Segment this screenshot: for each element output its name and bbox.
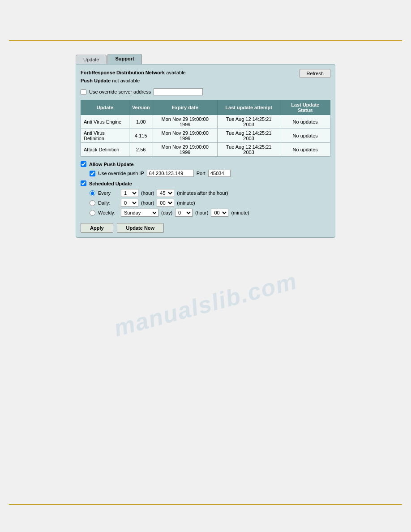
weekly-day-unit: (day) <box>161 210 172 215</box>
push-sub-row: Use override push IP Port <box>90 170 330 177</box>
col-last-attempt: Last update attempt <box>217 100 280 115</box>
refresh-button[interactable]: Refresh <box>300 69 330 78</box>
panel: FortiResponse Distribution Network avail… <box>76 64 335 238</box>
radio-daily[interactable] <box>90 200 95 206</box>
table-cell-expiry: Mon Nov 29 19:00:00 1999 <box>153 143 217 157</box>
fortiresponse-label: FortiResponse Distribution Network <box>81 70 165 75</box>
bottom-buttons: Apply Update Now <box>81 223 330 233</box>
push-update-label: Push Update <box>81 78 111 83</box>
every-hour-unit: (hour) <box>141 190 154 196</box>
table-cell-update: Anti Virus Definition <box>81 129 129 143</box>
label-weekly: Weekly: <box>98 210 118 215</box>
schedule-row-weekly: Weekly: SundayMondayTuesdayWednesdayThur… <box>90 209 330 217</box>
schedule-row-daily: Daily: 0123456789101112 (hour) 000510152… <box>90 199 330 207</box>
table-row: Anti Virus Engine1.00Mon Nov 29 19:00:00… <box>81 115 330 129</box>
schedule-row-every: Every 12346812 (hour) 051015202530354045… <box>90 189 330 197</box>
daily-minute-select[interactable]: 000510152025303540455055 <box>157 199 174 207</box>
scheduled-update-section: Scheduled Update <box>81 180 330 186</box>
table-cell-last_attempt: Tue Aug 12 14:25:21 2003 <box>217 129 280 143</box>
page-border-bottom <box>9 504 402 505</box>
watermark: manualslib.com <box>111 267 300 342</box>
table-row: Attack Definition2.56Mon Nov 29 19:00:00… <box>81 143 330 157</box>
allow-push-checkbox[interactable] <box>81 161 86 167</box>
use-override-push-checkbox[interactable] <box>90 171 95 176</box>
label-every: Every <box>98 190 118 196</box>
fortiresponse-status: available <box>166 70 185 75</box>
main-content: Update Support FortiResponse Distributio… <box>76 54 335 238</box>
table-row: Anti Virus Definition4.115Mon Nov 29 19:… <box>81 129 330 143</box>
table-cell-expiry: Mon Nov 29 19:00:00 1999 <box>153 115 217 129</box>
table-cell-status: No updates <box>280 115 330 129</box>
push-update-status: not available <box>112 78 140 83</box>
scheduled-update-label: Scheduled Update <box>89 181 132 186</box>
table-cell-last_attempt: Tue Aug 12 14:25:21 2003 <box>217 143 280 157</box>
allow-push-label: Allow Push Update <box>89 162 134 167</box>
weekly-hour-select[interactable]: 0123456789101112 <box>175 209 193 217</box>
tab-update[interactable]: Update <box>76 55 107 64</box>
page-border-top <box>9 40 402 41</box>
use-override-push-label: Use override push IP <box>98 171 144 176</box>
update-table: Update Version Expiry date Last update a… <box>81 100 330 157</box>
override-server-row: Use override server address <box>81 88 330 95</box>
apply-button[interactable]: Apply <box>81 223 113 233</box>
info-row: FortiResponse Distribution Network avail… <box>81 69 330 85</box>
weekly-hour-unit: (hour) <box>195 210 208 215</box>
port-label: Port <box>197 171 206 176</box>
every-minute-unit: (minutes after the hour) <box>177 190 228 196</box>
radio-weekly[interactable] <box>90 210 95 216</box>
col-last-status: Last Update Status <box>280 100 330 115</box>
table-cell-update: Attack Definition <box>81 143 129 157</box>
override-server-label: Use override server address <box>89 89 151 94</box>
weekly-day-select[interactable]: SundayMondayTuesdayWednesdayThursdayFrid… <box>121 209 158 217</box>
table-cell-version: 2.56 <box>129 143 153 157</box>
table-cell-version: 1.00 <box>129 115 153 129</box>
table-cell-expiry: Mon Nov 29 19:00:00 1999 <box>153 129 217 143</box>
override-server-checkbox[interactable] <box>81 89 86 95</box>
table-cell-last_attempt: Tue Aug 12 14:25:21 2003 <box>217 115 280 129</box>
every-minute-select[interactable]: 0510152025303540455055 <box>157 189 174 197</box>
tab-support[interactable]: Support <box>107 54 141 64</box>
col-update: Update <box>81 100 129 115</box>
weekly-minute-unit: (minute) <box>231 210 249 215</box>
schedule-rows: Every 12346812 (hour) 051015202530354045… <box>90 189 330 217</box>
daily-hour-unit: (hour) <box>141 200 154 206</box>
update-now-button[interactable]: Update Now <box>117 223 164 233</box>
allow-push-update-section: Allow Push Update <box>81 161 330 167</box>
network-info: FortiResponse Distribution Network avail… <box>81 69 186 85</box>
radio-every[interactable] <box>90 190 95 196</box>
col-expiry: Expiry date <box>153 100 217 115</box>
weekly-minute-select[interactable]: 000510152025303540455055 <box>211 209 228 217</box>
table-cell-update: Anti Virus Engine <box>81 115 129 129</box>
push-ip-input[interactable] <box>147 170 194 177</box>
push-port-input[interactable] <box>208 170 231 177</box>
tabs: Update Support <box>76 54 335 64</box>
override-server-input[interactable] <box>154 88 203 95</box>
table-cell-status: No updates <box>280 129 330 143</box>
table-cell-version: 4.115 <box>129 129 153 143</box>
daily-hour-select[interactable]: 0123456789101112 <box>121 199 138 207</box>
table-cell-status: No updates <box>280 143 330 157</box>
every-hour-select[interactable]: 12346812 <box>121 189 138 197</box>
daily-minute-unit: (minute) <box>177 200 195 206</box>
col-version: Version <box>129 100 153 115</box>
scheduled-update-checkbox[interactable] <box>81 180 86 186</box>
label-daily: Daily: <box>98 200 118 206</box>
